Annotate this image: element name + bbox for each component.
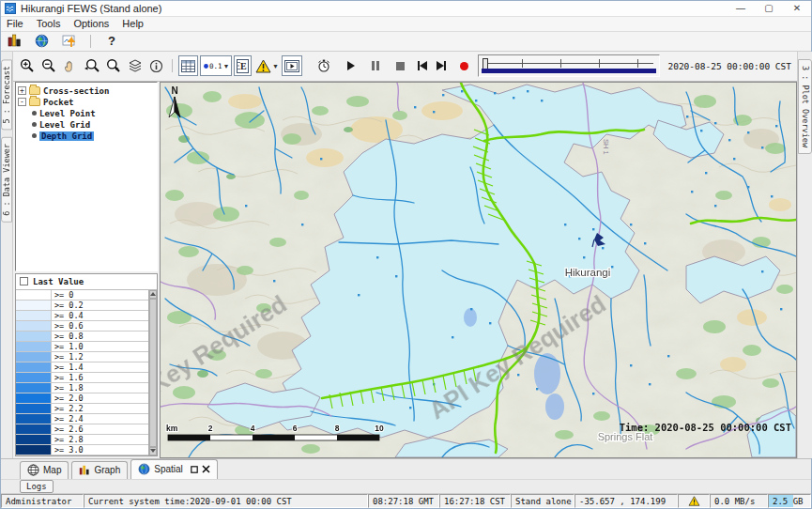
- legend-swatch: [16, 404, 52, 413]
- scroll-down-icon[interactable]: [149, 447, 157, 455]
- collapse-minus-icon[interactable]: -: [18, 98, 26, 106]
- folder-icon: [29, 86, 40, 95]
- layer-bullet-icon: [32, 122, 37, 127]
- scroll-thumb[interactable]: [149, 299, 157, 447]
- legend-class-list: >= 0 >= 0.2 >= 0.4 >= 0.6 >= 0.8 >= 1.0 …: [16, 290, 148, 455]
- legend-row[interactable]: >= 2.4: [16, 414, 148, 424]
- menu-bar: File Tools Options Help: [1, 17, 811, 32]
- tab-spatial-label: Spatial: [154, 464, 183, 474]
- stop-button[interactable]: [391, 57, 408, 74]
- expand-plus-icon[interactable]: +: [18, 86, 26, 95]
- tab-plot-overview[interactable]: 3 : Plot Overview: [798, 59, 812, 154]
- logs-button[interactable]: Logs: [20, 480, 54, 493]
- undock-icon[interactable]: [191, 466, 198, 473]
- svg-text:6: 6: [293, 424, 298, 433]
- play-button[interactable]: [343, 57, 360, 74]
- legend-row[interactable]: >= 2.0: [16, 393, 148, 404]
- animation-export-button[interactable]: [282, 55, 302, 76]
- zoom-in-icon[interactable]: [17, 56, 37, 75]
- legend-swatch: [16, 383, 52, 393]
- minimize-button[interactable]: —: [727, 1, 755, 16]
- legend-swatch: [16, 321, 52, 331]
- contour-interval-dropdown[interactable]: 0.1 ▼: [200, 55, 232, 76]
- animation-timer-icon[interactable]: [314, 56, 333, 75]
- menu-tools[interactable]: Tools: [37, 18, 61, 29]
- chevron-down-icon: ▼: [223, 63, 230, 69]
- database-viewer-icon[interactable]: [5, 32, 24, 51]
- legend-row[interactable]: >= 1.0: [16, 342, 148, 352]
- legend-row[interactable]: >= 0.8: [16, 332, 148, 342]
- skip-to-end-button[interactable]: [433, 57, 450, 74]
- info-icon[interactable]: [146, 56, 166, 75]
- legend-swatch: [16, 301, 52, 310]
- help-button[interactable]: ?: [102, 34, 121, 48]
- spatial-display-icon[interactable]: [59, 32, 79, 51]
- pan-hand-icon[interactable]: [60, 56, 80, 75]
- tree-leaf-level-grid[interactable]: Level Grid: [18, 119, 157, 131]
- legend-scrollbar[interactable]: [148, 290, 157, 455]
- tab-graph[interactable]: Graph: [71, 461, 128, 479]
- tree-leaf-label-selected[interactable]: Depth Grid: [39, 131, 94, 141]
- tree-node-label[interactable]: Cross-section: [43, 86, 109, 96]
- tree-node-crosssection[interactable]: + Cross-section: [18, 85, 157, 97]
- app-logo-icon: [5, 3, 16, 14]
- menu-options[interactable]: Options: [73, 18, 109, 29]
- legend-row[interactable]: >= 0.6: [16, 321, 148, 332]
- tree-node-pocket[interactable]: - Pocket: [18, 97, 157, 108]
- svg-text:km: km: [166, 424, 178, 433]
- warning-threshold-dropdown[interactable]: ▼: [253, 56, 280, 75]
- zoom-out-icon[interactable]: [38, 56, 58, 75]
- status-memory[interactable]: 2.5 GB: [768, 494, 811, 508]
- record-button[interactable]: [455, 57, 472, 74]
- maximize-button[interactable]: ▢: [755, 1, 783, 16]
- status-warning-cell[interactable]: [678, 494, 710, 508]
- map-view[interactable]: API Key Required API Key Required SH 1 H…: [160, 82, 797, 458]
- legend-row[interactable]: >= 0: [16, 290, 148, 301]
- map-toolbar: 0.1 ▼ E ▼: [13, 52, 797, 82]
- tree-leaf-depth-grid[interactable]: Depth Grid: [18, 131, 157, 142]
- tab-forecast[interactable]: 5 : Forecast: [1, 59, 12, 130]
- application-window: Hikurangi FEWS (Stand alone) — ▢ ✕ File …: [0, 0, 812, 509]
- zoom-next-icon[interactable]: [103, 56, 123, 75]
- skip-to-start-button[interactable]: [414, 57, 431, 74]
- legend-swatch: [16, 352, 52, 362]
- legend-row[interactable]: >= 0.4: [16, 311, 148, 321]
- tree-node-label[interactable]: Pocket: [43, 98, 74, 107]
- bar-chart-icon: [79, 465, 90, 476]
- zoom-previous-icon[interactable]: [82, 56, 101, 75]
- legend-row[interactable]: >= 0.2: [16, 301, 148, 311]
- legend-row[interactable]: >= 1.4: [16, 362, 148, 373]
- grid-display-button[interactable]: [178, 55, 198, 76]
- tab-map-label: Map: [43, 465, 61, 475]
- close-button[interactable]: ✕: [783, 1, 811, 16]
- tab-data-viewer[interactable]: 6 : Data Viewer: [1, 137, 12, 223]
- close-tab-icon[interactable]: [202, 465, 210, 473]
- pause-button[interactable]: [367, 57, 384, 74]
- legend-row[interactable]: >= 2.8: [16, 435, 148, 445]
- legend-row[interactable]: >= 1.6: [16, 373, 148, 383]
- tree-leaf-label[interactable]: Level Point: [39, 109, 96, 118]
- tab-spatial[interactable]: Spatial: [130, 459, 218, 479]
- right-tab-strip: 3 : Plot Overview: [797, 52, 812, 458]
- folder-icon: [29, 98, 40, 106]
- legend-row[interactable]: >= 2.6: [16, 424, 148, 435]
- legend-row[interactable]: >= 2.2: [16, 404, 148, 414]
- status-download-rate: 0.0 MB/s: [710, 494, 768, 508]
- legend-row[interactable]: >= 1.2: [16, 352, 148, 362]
- time-slider[interactable]: [478, 54, 660, 77]
- tree-leaf-label[interactable]: Level Grid: [39, 120, 90, 130]
- scroll-up-icon[interactable]: [149, 290, 157, 299]
- legend-row[interactable]: >= 1.8: [16, 383, 148, 393]
- legend-row[interactable]: >= 3.0: [16, 445, 148, 455]
- layer-bullet-icon: [32, 133, 37, 138]
- menu-help[interactable]: Help: [122, 18, 144, 29]
- elevation-profile-button[interactable]: E: [234, 55, 252, 76]
- tab-map[interactable]: Map: [20, 461, 69, 479]
- last-value-checkbox[interactable]: [20, 277, 28, 285]
- menu-file[interactable]: File: [7, 18, 23, 29]
- layers-icon[interactable]: [125, 56, 145, 75]
- legend-label: >= 2.4: [52, 414, 148, 424]
- globe-explorer-icon[interactable]: [32, 32, 52, 51]
- tree-leaf-level-point[interactable]: Level Point: [18, 108, 157, 119]
- layer-tree[interactable]: + Cross-section - Pocket Level Point: [15, 82, 158, 271]
